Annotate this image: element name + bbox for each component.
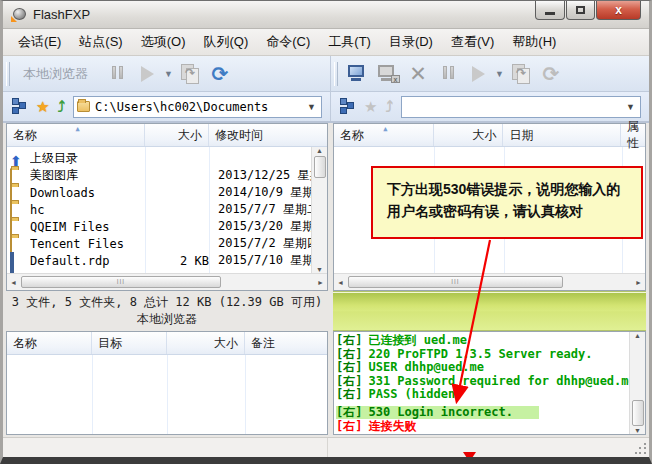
local-refresh-button[interactable]: ⟳ <box>205 60 235 88</box>
remote-refresh-button[interactable]: ⟳ <box>536 60 566 88</box>
scroll-left-icon[interactable]: ◄ <box>337 279 344 286</box>
scroll-right-icon[interactable]: ► <box>635 279 642 286</box>
remote-pause-button[interactable] <box>433 60 463 88</box>
bookmarks-star-icon[interactable]: ★ <box>364 99 377 114</box>
up-directory-icon[interactable]: ⤴ <box>385 99 393 114</box>
maximize-button[interactable] <box>566 1 595 20</box>
scroll-down-icon[interactable]: ▼ <box>634 427 641 434</box>
window-status-bar <box>3 437 649 457</box>
folder-icon <box>10 220 26 234</box>
connect-icon <box>348 65 368 83</box>
play-icon <box>141 66 154 82</box>
remote-path-combo[interactable]: ▼ <box>401 96 641 118</box>
column-size[interactable]: 大小 <box>145 124 209 146</box>
toolbar-grip[interactable] <box>6 62 10 86</box>
abort-button[interactable]: ✕ <box>403 60 433 88</box>
bookmarks-star-icon[interactable]: ★ <box>36 99 49 114</box>
log-line-connect-failed: [右]连接失败 <box>336 420 628 434</box>
log-line: [右]已连接到 ued.me <box>336 334 628 348</box>
scroll-up-icon[interactable]: ▲ <box>634 332 641 339</box>
disconnect-button[interactable]: x <box>373 60 403 88</box>
menu-view[interactable]: 查看(V) <box>442 29 503 55</box>
column-name[interactable]: 名称 <box>7 332 92 354</box>
log-line: [右]PASS (hidden) <box>336 388 628 402</box>
local-toolbar: 本地浏览器 ▼ ↷ ⟳ <box>3 56 331 91</box>
column-target[interactable]: 目标 <box>92 332 167 354</box>
site-manager-icon[interactable] <box>11 98 28 115</box>
annotation-text: 下方出现530错误提示，说明您输入的用户名或密码有误，请认真核对 <box>387 178 631 222</box>
local-pane: 名称▲ 大小 修改时间 ⬆ 上级目录 美图图库 <box>6 123 328 437</box>
scroll-down-icon[interactable]: ▼ <box>316 266 323 273</box>
local-transfer-button[interactable]: ↷ <box>175 60 205 88</box>
file-row[interactable]: ⬆ 上级目录 <box>7 150 327 167</box>
combo-dropdown-icon[interactable]: ▼ <box>304 99 319 115</box>
scrollbar-thumb[interactable] <box>632 400 644 426</box>
vertical-scrollbar[interactable]: ▲▼ <box>311 147 327 273</box>
transfer-documents-icon: ↷ <box>181 64 199 84</box>
scroll-right-icon[interactable]: ► <box>317 279 324 286</box>
local-list-body: ⬆ 上级目录 美图图库 2013/12/25 星期三 Downloads <box>7 147 327 273</box>
menu-commands[interactable]: 命令(C) <box>257 29 319 55</box>
pause-icon <box>441 65 455 83</box>
sort-asc-icon: ▲ <box>383 125 387 133</box>
folder-icon <box>10 203 26 217</box>
column-size[interactable]: 大小 <box>434 124 504 146</box>
start-dropdown-arrow-icon[interactable]: ▼ <box>164 69 173 79</box>
file-row[interactable]: Tencent Files 2015/7/2 星期四 <box>7 235 327 252</box>
remote-transfer-button[interactable]: ↷ <box>506 60 536 88</box>
log-line: [右]USER dhhp@ued.me <box>336 361 628 375</box>
column-attributes[interactable]: 属性 <box>621 124 645 146</box>
menu-options[interactable]: 选项(O) <box>132 29 195 55</box>
pause-icon <box>110 65 124 83</box>
local-pause-button[interactable] <box>102 60 132 88</box>
close-button[interactable]: x <box>596 1 641 20</box>
scrollbar-thumb[interactable] <box>348 276 563 288</box>
combo-dropdown-icon[interactable]: ▼ <box>623 99 638 115</box>
horizontal-scrollbar[interactable]: ◄► <box>7 273 327 290</box>
minimize-button[interactable] <box>535 1 565 20</box>
transfer-documents-icon: ↷ <box>512 64 530 84</box>
local-status-bar: 3 文件, 5 文件夹, 8 总计 12 KB (12.39 GB 可用) 本地… <box>6 291 328 331</box>
scrollbar-thumb[interactable] <box>21 276 221 288</box>
local-status-label: 本地浏览器 <box>137 311 197 328</box>
file-row[interactable]: Downloads 2014/10/9 星期四 <box>7 184 327 201</box>
log-lines: [右]已连接到 ued.me [右]220 ProFTPD 1.3.5 Serv… <box>336 334 628 433</box>
column-date[interactable]: 日期 <box>503 124 621 146</box>
column-name[interactable]: 名称▲ <box>7 124 145 146</box>
folder-icon <box>10 237 26 251</box>
file-row[interactable]: Default.rdp 2 KB 2015/7/10 星期五 <box>7 252 327 269</box>
file-row[interactable]: hc 2015/7/7 星期二 <box>7 201 327 218</box>
horizontal-scrollbar[interactable]: ◄► <box>334 273 645 290</box>
queue-header: 名称 目标 大小 备注 <box>7 332 327 355</box>
menu-sites[interactable]: 站点(S) <box>70 29 131 55</box>
column-name[interactable]: 名称▲ <box>334 124 434 146</box>
menu-session[interactable]: 会话(E) <box>9 29 70 55</box>
menu-help[interactable]: 帮助(H) <box>503 29 565 55</box>
vertical-scrollbar[interactable]: ▲▼ <box>629 332 645 434</box>
scroll-up-icon[interactable]: ▲ <box>316 147 323 154</box>
scroll-left-icon[interactable]: ◄ <box>10 279 17 286</box>
window-title: FlashFXP <box>33 7 90 22</box>
remote-start-button[interactable] <box>463 60 493 88</box>
resize-grip[interactable] <box>635 443 647 455</box>
menu-directory[interactable]: 目录(D) <box>380 29 442 55</box>
toolbar-grip[interactable] <box>334 62 338 86</box>
connection-log[interactable]: [右]已连接到 ued.me [右]220 ProFTPD 1.3.5 Serv… <box>333 331 646 435</box>
column-modified[interactable]: 修改时间 <box>209 124 327 146</box>
site-manager-icon[interactable] <box>339 98 356 115</box>
start-dropdown-arrow-icon[interactable]: ▼ <box>495 69 504 79</box>
file-row[interactable]: 美图图库 2013/12/25 星期三 <box>7 167 327 184</box>
local-start-button[interactable] <box>132 60 162 88</box>
disconnect-icon: x <box>378 65 398 83</box>
sort-asc-icon: ▲ <box>76 125 80 133</box>
connect-button[interactable] <box>343 60 373 88</box>
column-remark[interactable]: 备注 <box>245 332 327 354</box>
menu-tools[interactable]: 工具(T) <box>319 29 380 55</box>
local-path-combo[interactable]: C:\Users\hc002\Documents ▼ <box>73 96 322 118</box>
log-line-530-error: [右]530 Login incorrect. <box>336 406 539 420</box>
file-row[interactable]: QQEIM Files 2015/3/20 星期五 <box>7 218 327 235</box>
menu-queue[interactable]: 队列(Q) <box>194 29 257 55</box>
up-directory-icon[interactable]: ⤴ <box>57 99 65 114</box>
scrollbar-thumb[interactable] <box>314 156 326 178</box>
column-size[interactable]: 大小 <box>167 332 245 354</box>
